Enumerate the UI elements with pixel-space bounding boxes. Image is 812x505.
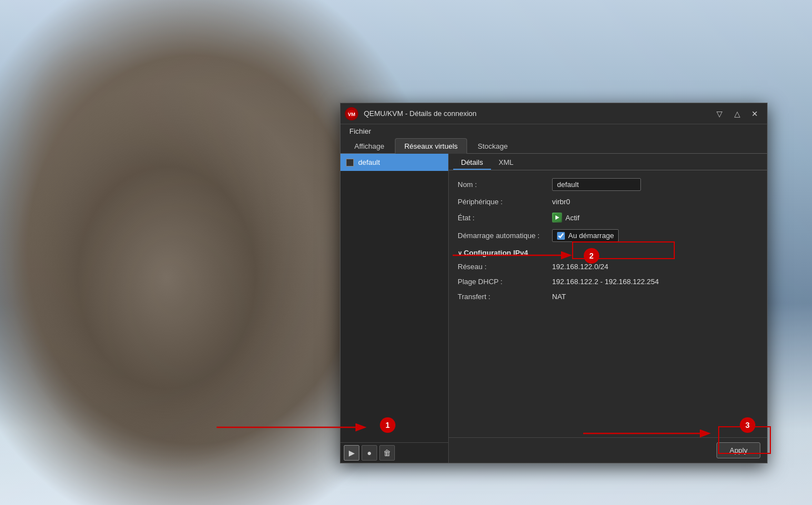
ipv4-section-header: Configuration IPv4	[458, 249, 758, 257]
plage-row: Plage DHCP : 192.168.122.2 - 192.168.122…	[458, 277, 758, 286]
reseau-label: Réseau :	[458, 262, 552, 271]
etat-label: État :	[458, 214, 552, 222]
virt-manager-window: VM QEMU/KVM - Détails de connexion ▽ △ ✕…	[340, 103, 768, 463]
right-panel: Détails XML Nom : Périphérique : virbr0 …	[449, 154, 767, 463]
demarrage-checkbox-container: Au démarrage	[552, 229, 619, 242]
stop-network-button[interactable]: ●	[362, 445, 377, 461]
svg-text:VM: VM	[348, 112, 355, 117]
app-logo: VM	[345, 107, 358, 120]
tab-xml[interactable]: XML	[491, 156, 522, 170]
etat-row: État : Actif	[458, 213, 758, 223]
start-network-button[interactable]: ▶	[344, 445, 359, 461]
network-checkbox[interactable]	[346, 159, 354, 166]
nom-label: Nom :	[458, 180, 552, 189]
active-icon	[552, 213, 562, 223]
content-area: default ▶ ● 🗑 Détails XML Nom :	[340, 154, 767, 463]
detail-content: Nom : Périphérique : virbr0 État :	[449, 170, 767, 437]
apply-button[interactable]: Apply	[716, 442, 760, 458]
peripherique-row: Périphérique : virbr0	[458, 198, 758, 206]
nom-row: Nom :	[458, 178, 758, 191]
network-list: default	[340, 154, 448, 442]
transfert-value: NAT	[552, 292, 566, 301]
menu-fichier[interactable]: Fichier	[345, 125, 375, 137]
delete-network-button[interactable]: 🗑	[379, 445, 395, 461]
etat-value: Actif	[552, 213, 579, 223]
peripherique-value: virbr0	[552, 198, 570, 206]
demarrage-value: Au démarrage	[568, 231, 614, 240]
tab-reseaux-virtuels[interactable]: Réseaux virtuels	[395, 138, 467, 154]
window-title: QEMU/KVM - Détails de connexion	[364, 109, 711, 118]
titlebar: VM QEMU/KVM - Détails de connexion ▽ △ ✕	[340, 103, 767, 124]
demarrage-label: Démarrage automatique :	[458, 231, 552, 240]
transfert-row: Transfert : NAT	[458, 292, 758, 301]
plage-label: Plage DHCP :	[458, 277, 552, 286]
menubar: Fichier	[340, 124, 767, 138]
peripherique-label: Périphérique :	[458, 198, 552, 206]
left-panel: default ▶ ● 🗑	[340, 154, 449, 463]
detail-tabs: Détails XML	[449, 154, 767, 170]
left-toolbar: ▶ ● 🗑	[340, 442, 448, 463]
plage-value: 192.168.122.2 - 192.168.122.254	[552, 277, 659, 286]
minimize-button[interactable]: ▽	[711, 107, 727, 120]
reseau-value: 192.168.122.0/24	[552, 262, 608, 271]
tab-stockage[interactable]: Stockage	[468, 138, 517, 154]
etat-text: Actif	[565, 214, 579, 222]
tab-affichage[interactable]: Affichage	[345, 138, 394, 154]
network-label: default	[358, 158, 380, 166]
window-controls: ▽ △ ✕	[711, 107, 763, 120]
transfert-label: Transfert :	[458, 292, 552, 301]
tab-details[interactable]: Détails	[453, 156, 491, 170]
network-item-default[interactable]: default	[340, 154, 448, 171]
reseau-row: Réseau : 192.168.122.0/24	[458, 262, 758, 271]
nom-input[interactable]	[552, 178, 641, 191]
demarrage-row: Démarrage automatique : Au démarrage	[458, 229, 758, 242]
main-tabs: Affichage Réseaux virtuels Stockage	[340, 138, 767, 154]
bottom-bar: Apply	[449, 437, 767, 463]
close-button[interactable]: ✕	[747, 107, 763, 120]
maximize-button[interactable]: △	[729, 107, 745, 120]
demarrage-checkbox[interactable]	[557, 232, 565, 240]
